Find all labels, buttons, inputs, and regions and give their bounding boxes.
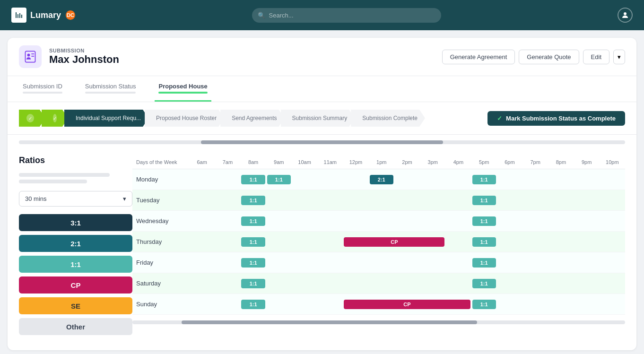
schedule-block-11[interactable]: 1:1 xyxy=(472,237,496,247)
calendar-time-cell[interactable]: 1:1 xyxy=(240,232,266,252)
step-5[interactable]: Send Agreements xyxy=(224,110,284,127)
ratio-3-1-badge[interactable]: 3:1 xyxy=(19,214,132,231)
schedule-block-cp[interactable]: CP xyxy=(344,237,444,247)
submission-icon xyxy=(19,45,42,68)
calendar-empty-cell xyxy=(369,273,394,294)
schedule-block-11[interactable]: 1:1 xyxy=(472,216,496,226)
submission-name: Max Johnston xyxy=(49,53,119,66)
calendar-time-cell[interactable]: 1:1 xyxy=(240,190,266,210)
calendar-time-cell[interactable]: 1:1 xyxy=(240,211,266,231)
logo-text: Lumary xyxy=(30,10,61,20)
calendar-hour-header: 12pm xyxy=(343,155,368,169)
top-scrollbar[interactable] xyxy=(8,135,636,144)
step3-label: Individual Support Requ... xyxy=(76,115,141,121)
step-4[interactable]: Proposed House Roster xyxy=(148,110,224,127)
calendar-time-cell[interactable]: 1:1 xyxy=(471,273,497,294)
step-3[interactable]: Individual Support Requ... xyxy=(68,110,148,127)
calendar-empty-cell xyxy=(522,232,548,252)
calendar-time-cell[interactable]: 1:1 xyxy=(240,273,266,294)
calendar-time-cell[interactable]: 1:1 xyxy=(471,232,497,252)
progress-steps-bar: ✓ ✓ Individual Support Requ... Proposed … xyxy=(8,102,636,135)
schedule-block-11[interactable]: 1:1 xyxy=(267,175,291,184)
calendar-day-row: Tuesday1:11:1 xyxy=(132,190,625,211)
schedule-block-11[interactable]: 1:1 xyxy=(241,300,265,309)
calendar-empty-cell xyxy=(420,190,445,210)
calendar-empty-cell xyxy=(266,294,292,314)
edit-button[interactable]: Edit xyxy=(583,50,609,64)
calendar-day-row: Saturday1:11:1 xyxy=(132,273,625,294)
calendar-hour-header: 8pm xyxy=(548,155,574,169)
schedule-block-11[interactable]: 1:1 xyxy=(472,258,496,268)
schedule-block-11[interactable]: 1:1 xyxy=(472,300,496,309)
calendar-hour-header: 7pm xyxy=(522,155,548,169)
calendar-hour-header: 9am xyxy=(266,155,292,169)
calendar-time-cell[interactable]: 1:1 xyxy=(471,190,497,210)
calendar-time-cell[interactable]: 1:1 xyxy=(471,211,497,231)
ratio-cp-badge[interactable]: CP xyxy=(19,276,132,294)
calendar-empty-cell xyxy=(292,294,317,314)
schedule-block-11[interactable]: 1:1 xyxy=(472,175,496,184)
calendar-empty-cell xyxy=(548,252,574,273)
step-1[interactable]: ✓ xyxy=(19,110,45,127)
dropdown-chevron-icon: ▾ xyxy=(123,195,126,202)
ratio-se-badge[interactable]: SE xyxy=(19,297,132,314)
bottom-scrollbar[interactable] xyxy=(132,315,625,324)
calendar-time-cell[interactable]: 1:1 xyxy=(471,169,497,190)
tab-submission-id[interactable]: Submission ID xyxy=(19,76,66,102)
duration-value: 30 mins xyxy=(25,195,47,202)
duration-dropdown[interactable]: 30 mins ▾ xyxy=(19,191,132,207)
calendar-empty-cell xyxy=(266,232,292,252)
ratio-line-1 xyxy=(19,173,110,177)
calendar-empty-cell xyxy=(574,232,600,252)
submission-text: SUBMISSION Max Johnston xyxy=(49,48,119,66)
schedule-block-11[interactable]: 1:1 xyxy=(241,175,265,184)
generate-quote-button[interactable]: Generate Quote xyxy=(519,50,579,64)
calendar-time-cell[interactable]: 1:1 xyxy=(266,169,292,190)
step-6[interactable]: Submission Summary xyxy=(285,110,355,127)
calendar-time-cell[interactable]: 1:1 xyxy=(471,252,497,273)
step5-label: Send Agreements xyxy=(232,115,277,121)
calendar-time-cell[interactable]: 1:1 xyxy=(240,252,266,273)
calendar-empty-cell xyxy=(317,190,343,210)
calendar-time-cell[interactable]: 1:1 xyxy=(471,294,497,314)
calendar-empty-cell xyxy=(548,232,574,252)
schedule-block-11[interactable]: 1:1 xyxy=(241,258,265,268)
user-avatar[interactable] xyxy=(618,8,633,23)
schedule-block-11[interactable]: 1:1 xyxy=(241,237,265,247)
calendar-time-cell[interactable]: 1:1 xyxy=(240,169,266,190)
schedule-block-11[interactable]: 1:1 xyxy=(241,279,265,288)
submission-left: SUBMISSION Max Johnston xyxy=(19,45,119,68)
calendar-empty-cell xyxy=(343,273,368,294)
calendar-empty-cell xyxy=(189,169,215,190)
schedule-block-11[interactable]: 1:1 xyxy=(472,196,496,205)
calendar-time-cell[interactable]: 2:1 xyxy=(369,169,394,190)
more-actions-button[interactable]: ▾ xyxy=(613,50,625,64)
calendar-empty-cell xyxy=(548,294,574,314)
ratio-2-1-badge[interactable]: 2:1 xyxy=(19,235,132,252)
search-input[interactable] xyxy=(252,8,441,23)
calendar-empty-cell xyxy=(317,211,343,231)
calendar-day-col-header: Days of the Week xyxy=(132,155,189,169)
schedule-block-21[interactable]: 2:1 xyxy=(370,175,393,184)
tab-proposed-house[interactable]: Proposed House xyxy=(155,76,211,102)
calendar-empty-cell xyxy=(548,169,574,190)
ratio-other-badge[interactable]: Other xyxy=(19,318,132,335)
schedule-block-11[interactable]: 1:1 xyxy=(241,196,265,205)
svg-rect-1 xyxy=(26,51,35,62)
calendar-empty-cell xyxy=(266,190,292,210)
mark-complete-button[interactable]: ✓ Mark Submission Status as Complete xyxy=(487,111,625,126)
calendar-empty-cell xyxy=(574,190,600,210)
calendar-time-cell[interactable]: 1:1 xyxy=(240,294,266,314)
calendar-day-label: Monday xyxy=(132,169,189,190)
submission-label: SUBMISSION xyxy=(49,48,119,53)
ratio-1-1-badge[interactable]: 1:1 xyxy=(19,256,132,273)
calendar-time-cell[interactable]: CP xyxy=(343,232,445,252)
schedule-block-cp[interactable]: CP xyxy=(344,300,470,309)
generate-agreement-button[interactable]: Generate Agreement xyxy=(442,50,515,64)
schedule-block-11[interactable]: 1:1 xyxy=(241,216,265,226)
ratio-line-2 xyxy=(19,180,87,183)
schedule-block-11[interactable]: 1:1 xyxy=(472,279,496,288)
calendar-time-cell[interactable]: CP xyxy=(343,294,471,314)
tab-submission-status[interactable]: Submission Status xyxy=(81,76,140,102)
step-7[interactable]: Submission Complete xyxy=(355,110,425,127)
